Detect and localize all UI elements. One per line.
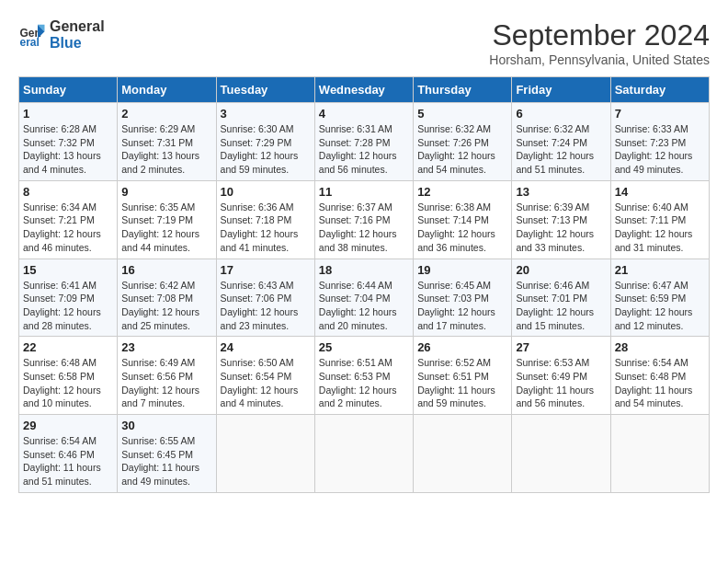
day-number: 1 bbox=[23, 107, 113, 121]
day-info: Sunrise: 6:43 AM Sunset: 7:06 PM Dayligh… bbox=[221, 279, 311, 333]
day-number: 26 bbox=[417, 340, 507, 354]
calendar-cell: 21 Sunrise: 6:47 AM Sunset: 6:59 PM Dayl… bbox=[610, 259, 709, 337]
day-info: Sunrise: 6:45 AM Sunset: 7:03 PM Dayligh… bbox=[417, 279, 507, 333]
header-sunday: Sunday bbox=[19, 77, 118, 103]
header-wednesday: Wednesday bbox=[314, 77, 413, 103]
day-info: Sunrise: 6:31 AM Sunset: 7:28 PM Dayligh… bbox=[319, 122, 409, 177]
day-info: Sunrise: 6:55 AM Sunset: 6:45 PM Dayligh… bbox=[121, 434, 211, 488]
calendar-cell: 14 Sunrise: 6:40 AM Sunset: 7:11 PM Dayl… bbox=[610, 180, 709, 259]
calendar-cell bbox=[610, 415, 709, 493]
page-header: Gen eral General Blue September 2024 Hor… bbox=[18, 18, 710, 67]
header-tuesday: Tuesday bbox=[216, 77, 314, 103]
calendar-cell: 10 Sunrise: 6:36 AM Sunset: 7:18 PM Dayl… bbox=[216, 180, 314, 259]
header-monday: Monday bbox=[118, 77, 216, 103]
calendar-cell: 13 Sunrise: 6:39 AM Sunset: 7:13 PM Dayl… bbox=[512, 180, 610, 259]
logo-text-line2: Blue bbox=[50, 35, 105, 52]
calendar-cell: 6 Sunrise: 6:32 AM Sunset: 7:24 PM Dayli… bbox=[512, 103, 610, 181]
day-number: 20 bbox=[516, 263, 606, 277]
header-friday: Friday bbox=[512, 77, 610, 103]
day-info: Sunrise: 6:33 AM Sunset: 7:23 PM Dayligh… bbox=[615, 122, 705, 177]
calendar-week-row: 29 Sunrise: 6:54 AM Sunset: 6:46 PM Dayl… bbox=[19, 415, 710, 493]
calendar-cell: 11 Sunrise: 6:37 AM Sunset: 7:16 PM Dayl… bbox=[314, 180, 413, 259]
day-info: Sunrise: 6:52 AM Sunset: 6:51 PM Dayligh… bbox=[417, 356, 507, 410]
header-thursday: Thursday bbox=[414, 77, 512, 103]
day-number: 12 bbox=[417, 185, 507, 199]
day-info: Sunrise: 6:32 AM Sunset: 7:24 PM Dayligh… bbox=[516, 122, 606, 177]
day-info: Sunrise: 6:39 AM Sunset: 7:13 PM Dayligh… bbox=[516, 201, 606, 255]
calendar-week-row: 22 Sunrise: 6:48 AM Sunset: 6:58 PM Dayl… bbox=[19, 337, 710, 415]
calendar-cell: 16 Sunrise: 6:42 AM Sunset: 7:08 PM Dayl… bbox=[118, 259, 216, 337]
calendar-cell: 17 Sunrise: 6:43 AM Sunset: 7:06 PM Dayl… bbox=[216, 259, 314, 337]
day-number: 14 bbox=[615, 185, 705, 199]
day-info: Sunrise: 6:51 AM Sunset: 6:53 PM Dayligh… bbox=[319, 356, 409, 410]
day-info: Sunrise: 6:40 AM Sunset: 7:11 PM Dayligh… bbox=[615, 201, 705, 255]
title-block: September 2024 Horsham, Pennsylvania, Un… bbox=[489, 18, 710, 67]
day-number: 11 bbox=[319, 185, 409, 199]
day-info: Sunrise: 6:34 AM Sunset: 7:21 PM Dayligh… bbox=[23, 201, 113, 255]
header-saturday: Saturday bbox=[610, 77, 709, 103]
calendar-cell: 3 Sunrise: 6:30 AM Sunset: 7:29 PM Dayli… bbox=[216, 103, 314, 181]
calendar-cell: 18 Sunrise: 6:44 AM Sunset: 7:04 PM Dayl… bbox=[314, 259, 413, 337]
calendar-week-row: 8 Sunrise: 6:34 AM Sunset: 7:21 PM Dayli… bbox=[19, 180, 710, 259]
day-info: Sunrise: 6:49 AM Sunset: 6:56 PM Dayligh… bbox=[121, 356, 211, 410]
day-info: Sunrise: 6:29 AM Sunset: 7:31 PM Dayligh… bbox=[121, 122, 211, 177]
calendar-cell: 2 Sunrise: 6:29 AM Sunset: 7:31 PM Dayli… bbox=[118, 103, 216, 181]
calendar-cell: 30 Sunrise: 6:55 AM Sunset: 6:45 PM Dayl… bbox=[118, 415, 216, 493]
calendar-cell: 9 Sunrise: 6:35 AM Sunset: 7:19 PM Dayli… bbox=[118, 180, 216, 259]
day-info: Sunrise: 6:53 AM Sunset: 6:49 PM Dayligh… bbox=[516, 356, 606, 410]
calendar-cell: 12 Sunrise: 6:38 AM Sunset: 7:14 PM Dayl… bbox=[414, 180, 512, 259]
day-info: Sunrise: 6:42 AM Sunset: 7:08 PM Dayligh… bbox=[121, 279, 211, 333]
calendar-cell: 22 Sunrise: 6:48 AM Sunset: 6:58 PM Dayl… bbox=[19, 337, 118, 415]
day-info: Sunrise: 6:38 AM Sunset: 7:14 PM Dayligh… bbox=[417, 201, 507, 255]
calendar-cell bbox=[314, 415, 413, 493]
calendar-cell bbox=[216, 415, 314, 493]
day-number: 3 bbox=[221, 107, 311, 121]
logo-text-line1: General bbox=[50, 18, 105, 35]
day-number: 28 bbox=[615, 340, 705, 354]
day-number: 4 bbox=[319, 107, 409, 121]
day-info: Sunrise: 6:37 AM Sunset: 7:16 PM Dayligh… bbox=[319, 201, 409, 255]
day-number: 6 bbox=[516, 107, 606, 121]
day-info: Sunrise: 6:50 AM Sunset: 6:54 PM Dayligh… bbox=[221, 356, 311, 410]
calendar-cell: 25 Sunrise: 6:51 AM Sunset: 6:53 PM Dayl… bbox=[314, 337, 413, 415]
day-info: Sunrise: 6:46 AM Sunset: 7:01 PM Dayligh… bbox=[516, 279, 606, 333]
location-subtitle: Horsham, Pennsylvania, United States bbox=[489, 52, 710, 67]
logo: Gen eral General Blue bbox=[18, 18, 105, 52]
day-number: 15 bbox=[23, 263, 113, 277]
day-number: 25 bbox=[319, 340, 409, 354]
day-number: 30 bbox=[121, 419, 211, 432]
calendar-cell: 20 Sunrise: 6:46 AM Sunset: 7:01 PM Dayl… bbox=[512, 259, 610, 337]
day-info: Sunrise: 6:36 AM Sunset: 7:18 PM Dayligh… bbox=[221, 201, 311, 255]
calendar-cell bbox=[512, 415, 610, 493]
weekday-header-row: Sunday Monday Tuesday Wednesday Thursday… bbox=[19, 77, 710, 103]
svg-text:eral: eral bbox=[20, 36, 40, 49]
calendar-cell: 29 Sunrise: 6:54 AM Sunset: 6:46 PM Dayl… bbox=[19, 415, 118, 493]
day-info: Sunrise: 6:41 AM Sunset: 7:09 PM Dayligh… bbox=[23, 279, 113, 333]
day-number: 17 bbox=[221, 263, 311, 277]
day-info: Sunrise: 6:30 AM Sunset: 7:29 PM Dayligh… bbox=[221, 122, 311, 177]
month-title: September 2024 bbox=[489, 18, 710, 52]
day-number: 21 bbox=[615, 263, 705, 277]
calendar-week-row: 1 Sunrise: 6:28 AM Sunset: 7:32 PM Dayli… bbox=[19, 103, 710, 181]
calendar-cell: 15 Sunrise: 6:41 AM Sunset: 7:09 PM Dayl… bbox=[19, 259, 118, 337]
day-info: Sunrise: 6:28 AM Sunset: 7:32 PM Dayligh… bbox=[23, 122, 113, 177]
day-info: Sunrise: 6:47 AM Sunset: 6:59 PM Dayligh… bbox=[615, 279, 705, 333]
day-number: 16 bbox=[121, 263, 211, 277]
day-number: 9 bbox=[121, 185, 211, 199]
day-number: 24 bbox=[221, 340, 311, 354]
day-number: 5 bbox=[417, 107, 507, 121]
calendar-cell: 28 Sunrise: 6:54 AM Sunset: 6:48 PM Dayl… bbox=[610, 337, 709, 415]
day-info: Sunrise: 6:44 AM Sunset: 7:04 PM Dayligh… bbox=[319, 279, 409, 333]
day-number: 2 bbox=[121, 107, 211, 121]
calendar-cell: 26 Sunrise: 6:52 AM Sunset: 6:51 PM Dayl… bbox=[414, 337, 512, 415]
day-number: 10 bbox=[221, 185, 311, 199]
day-number: 13 bbox=[516, 185, 606, 199]
day-number: 8 bbox=[23, 185, 113, 199]
calendar-cell: 8 Sunrise: 6:34 AM Sunset: 7:21 PM Dayli… bbox=[19, 180, 118, 259]
day-number: 18 bbox=[319, 263, 409, 277]
day-info: Sunrise: 6:54 AM Sunset: 6:48 PM Dayligh… bbox=[615, 356, 705, 410]
calendar-cell: 27 Sunrise: 6:53 AM Sunset: 6:49 PM Dayl… bbox=[512, 337, 610, 415]
day-number: 19 bbox=[417, 263, 507, 277]
calendar-body: 1 Sunrise: 6:28 AM Sunset: 7:32 PM Dayli… bbox=[19, 103, 710, 493]
logo-icon: Gen eral bbox=[18, 21, 46, 49]
